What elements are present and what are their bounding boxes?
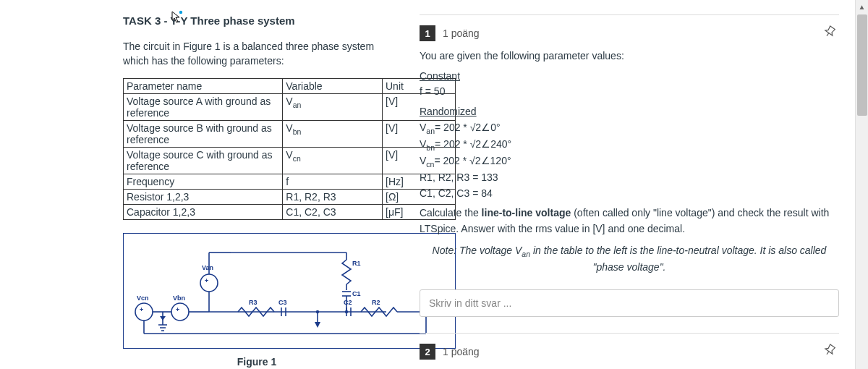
vbn-line: Vbn= 202 * √2∠240° (420, 138, 511, 150)
table-row: Voltage source B with ground as referenc… (124, 121, 456, 148)
scroll-up-icon[interactable]: ▲ (856, 0, 868, 13)
calculation-prompt: Calculate the line-to-line voltage (ofte… (420, 205, 839, 237)
questions-panel: 1 1 poäng You are given the following pa… (420, 14, 855, 369)
svg-text:+: + (176, 306, 179, 313)
schematic-label-c1: C1 (352, 290, 361, 297)
svg-point-23 (316, 310, 319, 313)
task-title: TASK 3 - Y-Y Three phase system (123, 14, 391, 27)
question-number: 1 (420, 25, 435, 41)
question-2: 2 1 poäng You are given the following pa… (420, 333, 839, 369)
table-row: Voltage source C with ground as referenc… (124, 148, 456, 174)
answer-input[interactable] (420, 289, 839, 317)
question-1: 1 1 poäng You are given the following pa… (420, 14, 839, 333)
randomized-label: Randomized (420, 106, 477, 117)
constant-label: Constant (420, 70, 460, 82)
svg-point-0 (179, 11, 182, 14)
svg-point-9 (135, 303, 153, 321)
schematic-label-c2: C2 (344, 299, 352, 306)
circuit-figure: Van + Vbn + Vcn + (123, 233, 456, 349)
question-intro: You are given the following parameter va… (420, 48, 839, 64)
constant-value: f = 50 (420, 85, 445, 97)
pin-icon[interactable] (823, 344, 836, 357)
table-row: Capacitor 1,2,3 C1, C2, C3 [μF] (124, 205, 456, 220)
svg-point-7 (171, 303, 189, 321)
pin-icon[interactable] (823, 25, 836, 38)
svg-text:+: + (140, 306, 143, 313)
c-line: C1, C2, C3 = 84 (420, 187, 493, 199)
question-points: 1 poäng (443, 346, 480, 357)
van-line: Van= 202 * √2∠0° (420, 122, 501, 133)
task-intro: The circuit in Figure 1 is a balanced th… (123, 40, 391, 68)
vertical-scrollbar[interactable]: ▲ (855, 0, 868, 369)
schematic-label-vcn: Vcn (137, 294, 149, 302)
question-note: Note: The voltage Van in the table to th… (420, 243, 839, 276)
question-points: 1 poäng (443, 27, 480, 39)
table-row: Frequency f [Hz] (124, 174, 456, 190)
table-row: Resistor 1,2,3 R1, R2, R3 [Ω] (124, 190, 456, 205)
schematic-label-r3: R3 (249, 299, 258, 306)
vcn-line: Vcn= 202 * √2∠120° (420, 155, 511, 166)
col-header-var: Variable (283, 79, 383, 94)
svg-marker-22 (315, 322, 320, 328)
task-description-panel: TASK 3 - Y-Y Three phase system The circ… (0, 14, 391, 369)
schematic-label-r2: R2 (372, 299, 380, 306)
svg-marker-14 (160, 316, 166, 321)
schematic-label-c3: C3 (278, 299, 287, 306)
svg-text:+: + (205, 277, 208, 284)
scroll-thumb[interactable] (857, 14, 867, 116)
table-row: Voltage source A with ground as referenc… (124, 94, 456, 121)
schematic-label-vbn: Vbn (173, 294, 185, 302)
figure-caption: Figure 1 (123, 356, 391, 368)
question-number: 2 (420, 344, 435, 360)
col-header-name: Parameter name (124, 79, 283, 94)
parameter-table: Parameter name Variable Unit Voltage sou… (123, 78, 456, 220)
r-line: R1, R2, R3 = 133 (420, 171, 498, 183)
svg-point-32 (345, 310, 348, 313)
schematic-label-r1: R1 (352, 260, 361, 267)
schematic-label-van: Van (202, 264, 213, 271)
svg-point-2 (200, 274, 218, 292)
